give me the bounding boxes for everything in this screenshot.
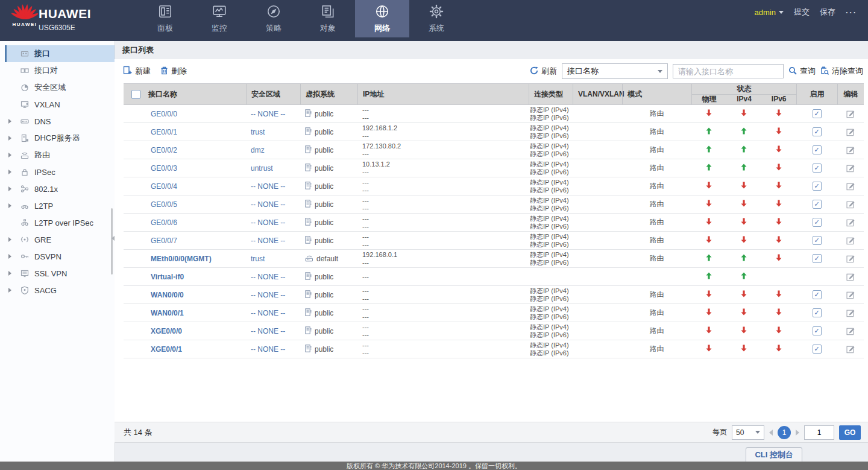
sidebar-item-l2tp[interactable]: L2TP (5, 197, 115, 214)
nav-network[interactable]: 网络 (355, 0, 409, 37)
edit-icon[interactable] (846, 345, 855, 354)
zone-link[interactable]: -- NONE -- (251, 200, 285, 209)
edit-icon[interactable] (846, 290, 855, 299)
sidebar-item-dhcp[interactable]: DHCP服务器 (5, 130, 115, 147)
zone-link[interactable]: -- NONE -- (251, 182, 285, 191)
next-page-icon[interactable] (796, 430, 799, 436)
more-menu-icon[interactable]: ··· (846, 8, 857, 17)
sidebar-item-interface[interactable]: 接口 (5, 45, 115, 62)
sidebar-item-dsvpn[interactable]: DSVPN (5, 248, 115, 265)
zone-link[interactable]: -- NONE -- (251, 273, 285, 281)
edit-icon[interactable] (846, 164, 855, 173)
zone-link[interactable]: -- NONE -- (251, 110, 285, 118)
nav-dashboard[interactable]: 面板 (138, 0, 192, 37)
enable-checkbox[interactable] (813, 200, 822, 209)
nav-object[interactable]: 对象 (301, 0, 355, 37)
interface-name-link[interactable]: GE0/0/0 (151, 110, 177, 118)
interface-name-link[interactable]: Virtual-if0 (151, 273, 184, 281)
enable-checkbox[interactable] (813, 182, 822, 191)
zone-link[interactable]: untrust (251, 164, 273, 173)
per-page-select[interactable]: 50 (732, 425, 764, 440)
edit-icon[interactable] (846, 109, 855, 118)
enable-checkbox[interactable] (813, 145, 822, 154)
sidebar-item-security-zone[interactable]: 安全区域 (5, 79, 115, 96)
enable-checkbox[interactable] (813, 109, 822, 118)
enable-checkbox[interactable] (813, 345, 822, 354)
zone-link[interactable]: -- NONE -- (251, 345, 285, 354)
sidebar-item-ipsec[interactable]: IPSec (5, 164, 115, 180)
expand-arrow-icon[interactable] (5, 186, 20, 191)
edit-icon[interactable] (846, 127, 855, 136)
zone-link[interactable]: trust (251, 255, 265, 263)
sidebar-item-ssl-vpn[interactable]: SSL VPN (5, 265, 115, 282)
edit-icon[interactable] (846, 236, 855, 245)
submit-button[interactable]: 提交 (794, 7, 810, 17)
interface-name-link[interactable]: MEth0/0/0(MGMT) (151, 255, 212, 263)
interface-name-link[interactable]: GE0/0/1 (151, 128, 177, 136)
zone-link[interactable]: -- NONE -- (251, 327, 285, 335)
nav-policy[interactable]: 策略 (247, 0, 301, 37)
edit-icon[interactable] (846, 145, 855, 154)
sidebar-item-gre[interactable]: GRE (5, 231, 115, 248)
interface-name-link[interactable]: GE0/0/3 (151, 164, 177, 173)
sidebar-item-interface-pair[interactable]: 接口对 (5, 62, 115, 79)
edit-icon[interactable] (846, 272, 855, 281)
enable-checkbox[interactable] (813, 254, 822, 263)
edit-icon[interactable] (846, 182, 855, 191)
expand-arrow-icon[interactable] (5, 254, 20, 259)
interface-name-link[interactable]: GE0/0/4 (151, 182, 177, 191)
sidebar-item-l2tp-over-ipsec[interactable]: L2TP over IPSec (5, 214, 115, 231)
interface-name-link[interactable]: GE0/0/2 (151, 146, 177, 154)
zone-link[interactable]: dmz (251, 146, 265, 154)
zone-link[interactable]: trust (251, 128, 265, 136)
expand-arrow-icon[interactable] (5, 136, 20, 141)
nav-monitor[interactable]: 监控 (192, 0, 247, 37)
edit-icon[interactable] (846, 218, 855, 227)
interface-name-link[interactable]: GE0/0/5 (151, 200, 177, 209)
enable-checkbox[interactable] (813, 127, 822, 136)
zone-link[interactable]: -- NONE -- (251, 237, 285, 245)
search-input[interactable] (673, 64, 784, 78)
interface-name-link[interactable]: WAN0/0/1 (151, 309, 184, 317)
enable-checkbox[interactable] (813, 326, 822, 335)
delete-button[interactable]: 删除 (160, 66, 187, 77)
enable-checkbox[interactable] (813, 290, 822, 299)
enable-checkbox[interactable] (813, 308, 822, 317)
edit-icon[interactable] (846, 326, 855, 335)
clear-query-button[interactable]: 清除查询 (820, 66, 863, 77)
prev-page-icon[interactable] (769, 430, 773, 436)
sidebar-item-dns[interactable]: DNS (5, 113, 115, 130)
expand-arrow-icon[interactable] (5, 170, 20, 174)
interface-name-link[interactable]: WAN0/0/0 (151, 291, 184, 299)
nav-system[interactable]: 系统 (409, 0, 464, 37)
interface-name-link[interactable]: XGE0/0/1 (151, 345, 182, 354)
sidebar-item-vxlan[interactable]: VXLAN (5, 96, 115, 113)
expand-arrow-icon[interactable] (5, 237, 20, 242)
query-button[interactable]: 查询 (788, 66, 816, 77)
sidebar-item-route[interactable]: 路由 (5, 147, 115, 164)
expand-arrow-icon[interactable] (5, 153, 20, 157)
expand-arrow-icon[interactable] (5, 119, 20, 124)
edit-icon[interactable] (846, 200, 855, 209)
enable-checkbox[interactable] (813, 236, 822, 245)
zone-link[interactable]: -- NONE -- (251, 291, 285, 299)
sidebar-scrollbar[interactable] (111, 208, 113, 275)
expand-arrow-icon[interactable] (5, 288, 20, 293)
interface-name-link[interactable]: XGE0/0/0 (151, 327, 182, 335)
filter-field-select[interactable]: 接口名称 (562, 63, 668, 79)
zone-link[interactable]: -- NONE -- (251, 309, 285, 317)
current-page-button[interactable]: 1 (778, 426, 791, 439)
user-menu[interactable]: admin (755, 8, 784, 17)
go-button[interactable]: GO (839, 425, 861, 440)
interface-name-link[interactable]: GE0/0/7 (151, 237, 177, 245)
edit-icon[interactable] (846, 308, 855, 317)
enable-checkbox[interactable] (813, 164, 822, 173)
expand-arrow-icon[interactable] (5, 271, 20, 276)
sidebar-item-sacg[interactable]: SACG (5, 282, 115, 299)
page-number-input[interactable] (804, 425, 834, 440)
select-all-checkbox[interactable] (131, 90, 140, 99)
new-button[interactable]: 新建 (123, 66, 151, 77)
interface-name-link[interactable]: GE0/0/6 (151, 218, 177, 227)
refresh-button[interactable]: 刷新 (530, 66, 557, 77)
expand-arrow-icon[interactable] (5, 203, 20, 208)
